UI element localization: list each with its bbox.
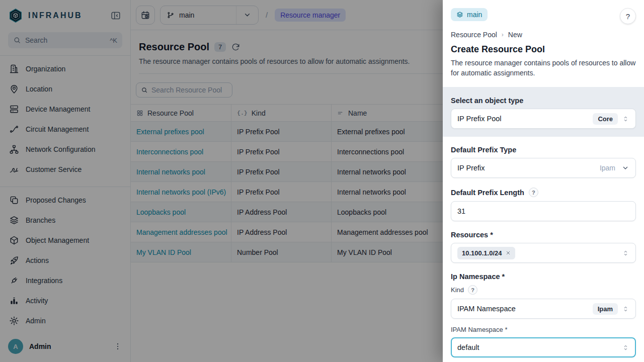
selector-icon xyxy=(622,115,629,123)
resources-label: Resources * xyxy=(451,231,636,239)
kind-select[interactable]: IPAM Namespace Ipam xyxy=(451,299,636,319)
breadcrumb-new: New xyxy=(508,31,522,39)
app-root: INFRAHUB ^K Organization xyxy=(0,0,644,362)
ip-namespace-group-label: Ip Namespace * xyxy=(451,273,636,281)
drawer-title: Create Resource Pool xyxy=(451,44,636,55)
object-type-section: Select an object type IP Prefix Pool Cor… xyxy=(443,87,644,137)
ipam-namespace-label: IPAM Namespace * xyxy=(451,326,636,333)
help-icon[interactable]: ? xyxy=(529,188,538,197)
drawer-breadcrumb: Resource Pool › New xyxy=(451,31,636,39)
prefix-length-input[interactable] xyxy=(457,207,629,215)
resources-multiselect[interactable]: 10.100.1.0/24 xyxy=(451,243,636,263)
prefix-length-label: Default Prefix Length xyxy=(451,189,524,197)
prefix-type-select[interactable]: IP Prefix Ipam xyxy=(451,158,636,178)
kind-label: Kind xyxy=(451,286,464,294)
selector-icon xyxy=(622,305,629,313)
create-resource-pool-drawer: main ? Resource Pool › New Create Resour… xyxy=(443,0,644,362)
resource-chip: 10.100.1.0/24 xyxy=(457,247,515,259)
help-button[interactable]: ? xyxy=(620,8,636,24)
help-icon[interactable]: ? xyxy=(468,285,477,295)
object-type-select[interactable]: IP Prefix Pool Core xyxy=(451,109,636,129)
drawer-description: The resource manager contains pools of r… xyxy=(451,58,636,78)
ipam-namespace-select[interactable]: default xyxy=(451,337,636,357)
create-form: Default Prefix Type IP Prefix Ipam Defau… xyxy=(443,137,644,357)
prefix-length-field xyxy=(451,201,636,221)
chevron-right-icon: › xyxy=(502,31,504,38)
selector-icon xyxy=(622,249,629,257)
layers-icon xyxy=(456,11,463,18)
close-icon[interactable] xyxy=(506,250,511,255)
breadcrumb-resource-pool[interactable]: Resource Pool xyxy=(451,31,497,39)
object-type-label: Select an object type xyxy=(451,97,636,105)
branch-badge[interactable]: main xyxy=(451,8,488,21)
core-badge: Core xyxy=(593,113,618,125)
prefix-type-label: Default Prefix Type xyxy=(451,146,636,154)
ipam-hint: Ipam xyxy=(600,164,615,172)
chevron-down-icon xyxy=(621,164,629,172)
ipam-badge: Ipam xyxy=(593,303,618,315)
selector-icon xyxy=(622,344,629,351)
